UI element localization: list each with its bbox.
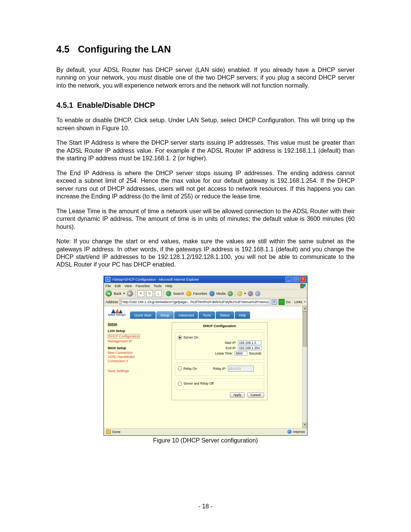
- sidebar-item-save-settings[interactable]: Save Settings: [108, 369, 161, 373]
- go-label[interactable]: Go: [286, 300, 291, 304]
- menu-edit[interactable]: Edit: [115, 284, 121, 288]
- stop-button[interactable]: ×: [137, 290, 144, 297]
- tab-status[interactable]: Status: [216, 312, 234, 319]
- menu-tools[interactable]: Tools: [153, 284, 161, 288]
- sidebar-item-adsl-handshake[interactable]: ADSL Handshake: [108, 355, 161, 359]
- radio-server-on[interactable]: [178, 335, 182, 340]
- brand-logo: Allied Telesyn: [104, 307, 130, 319]
- router-header: Allied Telesyn Quick Start Setup Advance…: [104, 306, 307, 319]
- tab-advanced[interactable]: Advanced: [174, 312, 198, 319]
- sidebar-item-management-ip[interactable]: Management IP: [108, 339, 161, 343]
- go-button[interactable]: →: [279, 299, 285, 305]
- links-label[interactable]: Links: [295, 300, 303, 304]
- browser-viewport: Allied Telesyn Quick Start Setup Advance…: [104, 306, 307, 428]
- menu-view[interactable]: View: [124, 284, 132, 288]
- lease-time-input[interactable]: [234, 351, 247, 356]
- radio-relay-on-label: Relay On: [183, 367, 211, 371]
- media-icon[interactable]: [209, 291, 215, 296]
- page-number: - 18 -: [0, 503, 411, 510]
- menubar: File Edit View Favorites Tools Help: [104, 283, 307, 289]
- tab-setup[interactable]: Setup: [156, 312, 174, 319]
- favorites-label[interactable]: Favorites: [193, 292, 207, 296]
- end-ip-input[interactable]: [238, 346, 261, 350]
- start-ip-input[interactable]: [238, 340, 261, 345]
- menu-help[interactable]: Help: [165, 284, 172, 288]
- refresh-button[interactable]: ↻: [146, 290, 153, 297]
- menu-favorites[interactable]: Favorites: [135, 284, 150, 288]
- media-label[interactable]: Media: [217, 292, 226, 296]
- windows-flag-icon: [300, 284, 306, 288]
- sidebar-item-dhcp-configuration[interactable]: DHCP Configuration: [108, 334, 140, 339]
- subsection-heading: 4.5.1Enable/Disable DHCP: [56, 101, 355, 110]
- maximize-button[interactable]: ▢: [293, 276, 299, 282]
- paragraph: The Start IP Address is where the DHCP s…: [56, 139, 355, 162]
- ie-icon: e: [105, 277, 110, 282]
- toolbar: ◄ Back ▾ ► × ↻ ⌂ Search Favorites Media …: [104, 289, 307, 298]
- links-chevron-icon[interactable]: »: [304, 300, 306, 304]
- edit-icon[interactable]: [255, 291, 260, 296]
- apply-button[interactable]: Apply: [230, 392, 245, 398]
- paragraph: To enable or disable DHCP, Click setup. …: [56, 117, 355, 132]
- minimize-button[interactable]: _: [285, 276, 292, 282]
- radio-server-relay-off-label: Server and Relay Off: [183, 382, 213, 385]
- window-titlebar: e >Setup>DHCP Configuration - Microsoft …: [104, 276, 307, 283]
- group-relay-on: Relay On Relay IP:: [175, 362, 264, 376]
- panel-area: DHCP Configuration Server On Start IP:: [164, 318, 303, 428]
- internet-zone-label: Internet: [293, 430, 305, 434]
- screenshot-window: e >Setup>DHCP Configuration - Microsoft …: [104, 276, 307, 436]
- radio-server-relay-off[interactable]: [178, 382, 182, 386]
- forward-button-icon[interactable]: ►: [127, 290, 133, 297]
- scroll-up-button[interactable]: ▲: [303, 306, 307, 312]
- address-dropdown-icon[interactable]: v: [272, 299, 277, 305]
- sidebar: Setup LAN Setup DHCP Configuration Manag…: [104, 318, 164, 428]
- toolbar-separator: [164, 291, 164, 297]
- favorites-icon[interactable]: [186, 291, 191, 296]
- group-server-on: Server On Start IP: End IP:: [175, 332, 264, 360]
- section-heading: 4.5Configuring the LAN: [56, 44, 355, 55]
- sidebar-item-connection-0[interactable]: Connection 0: [108, 359, 161, 363]
- back-button-icon[interactable]: ◄: [105, 290, 112, 297]
- tab-tools[interactable]: Tools: [199, 312, 215, 319]
- scroll-down-button[interactable]: ▼: [303, 423, 307, 428]
- search-label[interactable]: Search: [173, 292, 184, 296]
- mail-icon[interactable]: [237, 291, 242, 296]
- cancel-button[interactable]: Cancel: [247, 392, 264, 398]
- router-content: Setup LAN Setup DHCP Configuration Manag…: [104, 318, 303, 428]
- page-icon: [121, 300, 121, 304]
- home-button[interactable]: ⌂: [155, 290, 162, 297]
- address-label: Address: [105, 300, 118, 304]
- sidebar-group-lan: LAN Setup: [108, 329, 161, 333]
- vertical-scrollbar[interactable]: ▲ ▼: [302, 306, 307, 428]
- sidebar-group-wan: WAN Setup: [108, 346, 161, 350]
- subsection-number: 4.5.1: [56, 101, 73, 109]
- sidebar-item-new-connection[interactable]: New Connection: [108, 351, 161, 355]
- history-icon[interactable]: [228, 291, 233, 296]
- section-number: 4.5: [56, 44, 70, 54]
- back-button-label[interactable]: Back: [114, 292, 121, 296]
- back-dropdown-icon[interactable]: ▾: [123, 292, 125, 295]
- print-icon[interactable]: [248, 291, 253, 296]
- subsection-title: Enable/Disable DHCP: [77, 101, 155, 109]
- status-bar: Done Internet: [104, 428, 307, 435]
- figure-caption: Figure 10 (DHCP Server configuration): [56, 437, 355, 444]
- tab-quick-start[interactable]: Quick Start: [130, 312, 156, 319]
- window-title: >Setup>DHCP Configuration - Microsoft In…: [112, 278, 285, 281]
- tab-help[interactable]: Help: [235, 312, 250, 319]
- address-field[interactable]: http://192.168.1.1/cgi-bin/webcm?getpage…: [119, 299, 270, 305]
- mail-dropdown-icon[interactable]: ▾: [244, 292, 246, 295]
- radio-server-on-label: Server On: [183, 335, 211, 339]
- paragraph: The Lease Time is the amount of time a n…: [56, 208, 355, 231]
- intro-paragraph: By default, your ADSL Router has DHCP se…: [56, 66, 355, 89]
- address-bar: Address http://192.168.1.1/cgi-bin/webcm…: [104, 298, 307, 306]
- start-ip-label: Start IP:: [225, 341, 236, 345]
- scroll-thumb[interactable]: [303, 312, 307, 347]
- close-button[interactable]: ×: [300, 276, 306, 282]
- panel-title: DHCP Configuration: [172, 323, 267, 330]
- brand-name: Allied Telesyn: [108, 313, 126, 316]
- search-icon[interactable]: [166, 291, 171, 296]
- menu-file[interactable]: File: [105, 284, 111, 288]
- sidebar-heading[interactable]: Setup: [108, 322, 161, 326]
- radio-relay-on[interactable]: [178, 366, 182, 371]
- relay-ip-input: [228, 366, 254, 372]
- address-value: http://192.168.1.1/cgi-bin/webcm?getpage…: [123, 300, 270, 304]
